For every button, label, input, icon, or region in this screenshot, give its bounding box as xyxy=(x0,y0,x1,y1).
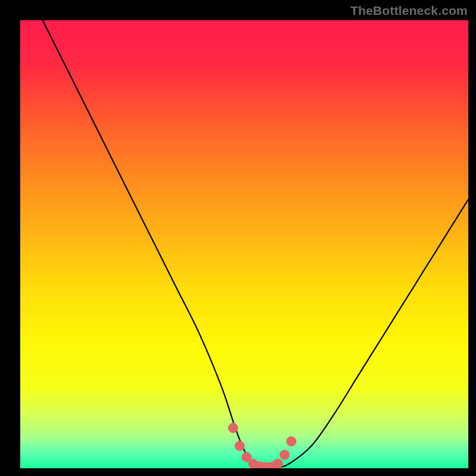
optimal-marker xyxy=(235,441,245,450)
optimal-marker xyxy=(287,437,296,446)
chart-frame: TheBottleneck.com xyxy=(0,0,476,476)
watermark-text: TheBottleneck.com xyxy=(350,4,468,18)
optimal-range-markers xyxy=(228,423,296,468)
optimal-marker xyxy=(280,450,289,459)
bottleneck-curve xyxy=(43,20,468,468)
optimal-marker xyxy=(228,423,238,433)
optimal-marker xyxy=(273,459,283,468)
curve-layer xyxy=(20,20,468,468)
plot-area xyxy=(20,20,468,468)
